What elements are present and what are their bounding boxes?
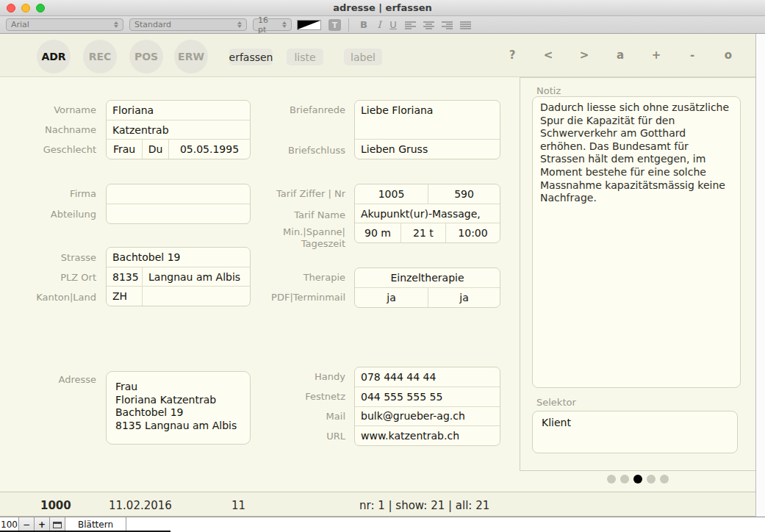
tarif-nr-field[interactable]: 590 xyxy=(428,184,500,204)
firma-field-group xyxy=(106,184,251,224)
record-number: 1000 xyxy=(40,499,71,512)
zoom-in-icon[interactable]: + xyxy=(35,517,50,532)
min-field[interactable]: 90 m xyxy=(355,223,401,242)
ort-field[interactable]: Langnau am Albis xyxy=(142,267,250,287)
min-spanne-label-line2: Tageszeit xyxy=(246,238,345,250)
terminmail-field[interactable]: ja xyxy=(428,288,500,307)
festnetz-field[interactable]: 044 555 555 55 xyxy=(355,387,500,406)
underline-button[interactable]: U xyxy=(387,19,399,30)
name-field-group: Floriana Katzentrab Frau Du 05.05.1995 xyxy=(106,100,251,159)
layout-toggle-icon[interactable] xyxy=(50,517,65,532)
geburtsdatum-field[interactable]: 05.05.1995 xyxy=(168,140,250,159)
spanne-field[interactable]: 21 t xyxy=(401,223,445,242)
tarif-field-group: 1005 590 Akupunkt(ur)-Massage, 90 m 21 t… xyxy=(354,184,500,243)
add-record-button[interactable]: + xyxy=(647,48,665,62)
scrollbar-track[interactable] xyxy=(755,34,765,517)
handy-field[interactable]: 078 444 44 44 xyxy=(355,367,500,387)
therapie-field[interactable]: Einzeltherapie xyxy=(355,268,500,287)
pager-dot[interactable] xyxy=(647,475,656,484)
text-color-swatch-icon[interactable] xyxy=(297,20,321,30)
tarif-ziffer-nr-label: Tarif Ziffer | Nr xyxy=(246,188,345,200)
nachname-label: Nachname xyxy=(0,124,96,136)
status-row: 1000 11.02.2016 11 nr: 1 | show: 21 | al… xyxy=(0,492,755,517)
selektor-field[interactable]: Klient xyxy=(532,411,738,453)
module-button-rec[interactable]: REC xyxy=(83,40,117,73)
min-spanne-label-line1: Min.|Spanne| xyxy=(246,226,345,238)
adresse-label: Adresse xyxy=(0,374,96,386)
duzen-field[interactable]: Du xyxy=(142,140,168,159)
tarif-ziffer-field[interactable]: 1005 xyxy=(355,184,428,204)
zoom-out-icon[interactable]: − xyxy=(19,517,35,532)
vorname-label: Vorname xyxy=(0,104,96,116)
mail-field[interactable]: bulk@grueber-ag.ch xyxy=(355,407,500,426)
chevron-updown-icon xyxy=(237,21,242,28)
align-left-icon[interactable] xyxy=(405,21,416,29)
firma-label: Firma xyxy=(0,188,96,200)
mode-selector[interactable]: Blättern xyxy=(65,517,126,532)
paragraph-style-select[interactable]: Standard xyxy=(129,18,247,31)
mail-label: Mail xyxy=(246,411,345,423)
selektor-label: Selektor xyxy=(536,397,576,408)
pdf-field[interactable]: ja xyxy=(355,288,428,307)
prev-record-button[interactable]: < xyxy=(539,48,557,62)
help-button[interactable]: ? xyxy=(503,48,521,62)
nachname-field[interactable]: Katzentrab xyxy=(107,121,250,140)
briefschluss-field[interactable]: Lieben Gruss xyxy=(355,140,500,159)
vorname-field[interactable]: Floriana xyxy=(107,101,250,120)
delete-record-button[interactable]: - xyxy=(683,48,701,62)
pager-dot[interactable] xyxy=(660,475,669,484)
align-right-icon[interactable] xyxy=(442,21,453,29)
briefschluss-label: Briefschluss xyxy=(246,145,345,157)
notiz-field[interactable]: Dadurch liesse sich ohne zusätzliche Spu… xyxy=(532,96,741,388)
anrede-field[interactable]: Frau xyxy=(107,140,142,159)
title-bar: adresse | erfassen xyxy=(0,0,765,16)
kanton-land-label: Kanton|Land xyxy=(0,292,96,303)
font-family-value: Arial xyxy=(11,20,29,29)
format-toolbar: Arial Standard 16 pt T B I U xyxy=(0,16,765,34)
adresse-block-group: Frau Floriana Katzentrab Bachtobel 19 81… xyxy=(106,371,251,445)
adresse-field-group: Bachtobel 19 8135 Langnau am Albis ZH xyxy=(106,247,251,306)
url-field[interactable]: www.katzentrab.ch xyxy=(355,426,500,445)
strasse-field[interactable]: Bachtobel 19 xyxy=(107,248,250,267)
plz-field[interactable]: 8135 xyxy=(107,267,142,287)
module-button-erw[interactable]: ERW xyxy=(174,40,208,73)
view-button-label[interactable]: label xyxy=(344,48,382,65)
pager-dot[interactable] xyxy=(607,475,616,484)
pager-dot[interactable] xyxy=(633,475,642,484)
briefanrede-label: Briefanrede xyxy=(246,104,345,116)
text-format-icon[interactable]: T xyxy=(328,19,341,31)
kontakt-field-group: 078 444 44 44 044 555 555 55 bulk@gruebe… xyxy=(354,367,500,446)
notes-panel: Notiz Dadurch liesse sich ohne zusätzlic… xyxy=(520,77,756,471)
land-field[interactable] xyxy=(142,287,250,306)
font-size-value: 16 pt xyxy=(258,15,278,35)
tageszeit-field[interactable]: 10:00 xyxy=(445,223,500,242)
module-button-adr[interactable]: ADR xyxy=(37,40,71,73)
bold-button[interactable]: B xyxy=(358,19,370,30)
adresse-block-field[interactable]: Frau Floriana Katzentrab Bachtobel 19 81… xyxy=(107,372,250,432)
font-size-stepper[interactable]: 16 pt xyxy=(253,18,292,31)
plz-ort-label: PLZ Ort xyxy=(0,272,96,284)
view-button-liste[interactable]: liste xyxy=(287,48,323,65)
briefanrede-field[interactable]: Liebe Floriana xyxy=(355,101,500,139)
font-family-select[interactable]: Arial xyxy=(6,18,123,31)
tarif-name-field[interactable]: Akupunkt(ur)-Massage, xyxy=(355,204,500,223)
brief-field-group: Liebe Floriana Lieben Gruss xyxy=(354,100,500,159)
kanton-field[interactable]: ZH xyxy=(107,287,142,306)
italic-button[interactable]: I xyxy=(373,19,385,30)
toolbar-divider xyxy=(348,18,349,32)
abteilung-field[interactable] xyxy=(107,204,250,223)
next-record-button[interactable]: > xyxy=(575,48,593,62)
firma-field[interactable] xyxy=(107,184,250,204)
omit-record-button[interactable]: o xyxy=(719,48,737,62)
record-info: nr: 1 | show: 21 | all: 21 xyxy=(359,499,489,512)
align-justify-icon[interactable] xyxy=(460,21,471,29)
pager-dot[interactable] xyxy=(620,475,629,484)
align-center-icon[interactable] xyxy=(423,21,434,29)
show-all-button[interactable]: a xyxy=(611,48,629,62)
chevron-updown-icon xyxy=(114,21,118,28)
abteilung-label: Abteilung xyxy=(0,209,96,220)
view-button-erfassen[interactable]: erfassen xyxy=(229,48,273,65)
record-count: 11 xyxy=(231,499,245,512)
zoom-level[interactable]: 100 xyxy=(0,517,19,532)
module-button-pos[interactable]: POS xyxy=(129,40,163,73)
